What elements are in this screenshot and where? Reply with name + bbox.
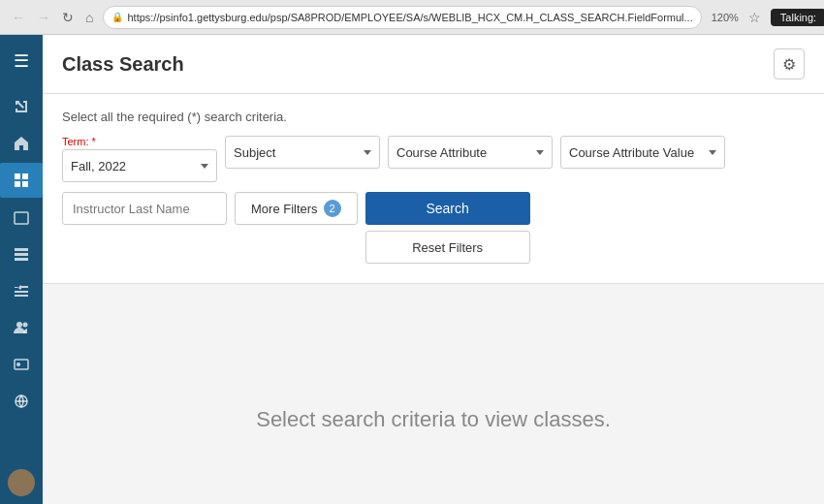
browser-chrome: ← → ↻ ⌂ 🔒 https://psinfo1.gettysburg.edu… — [0, 0, 824, 35]
sidebar-item-list[interactable] — [0, 236, 43, 271]
settings-button[interactable]: ⚙ — [774, 48, 805, 79]
sidebar-item-id-card[interactable] — [0, 347, 43, 382]
svg-rect-7 — [15, 258, 28, 261]
search-form-area: Select all the required (*) search crite… — [43, 94, 824, 284]
term-select[interactable]: Fall, 2022 — [62, 149, 217, 182]
action-buttons: Search Reset Filters — [365, 192, 530, 264]
form-instruction: Select all the required (*) search crite… — [62, 110, 805, 124]
term-wrapper: Term: * Fall, 2022 — [62, 136, 217, 182]
url-text: https://psinfo1.gettysburg.edu/psp/SA8PR… — [127, 12, 692, 23]
nav-buttons: ← → ↻ ⌂ — [8, 8, 97, 27]
back-button[interactable]: ← — [8, 8, 29, 27]
svg-point-11 — [16, 362, 20, 366]
sidebar-item-checklist[interactable] — [0, 273, 43, 308]
zoom-level: 120% — [712, 12, 739, 23]
second-row: More Filters 2 Search Reset Filters — [62, 192, 805, 264]
sidebar-item-home[interactable] — [0, 126, 43, 161]
avatar[interactable] — [8, 469, 35, 496]
more-filters-button[interactable]: More Filters 2 — [235, 192, 358, 225]
svg-point-9 — [23, 323, 28, 328]
sidebar-item-calendar[interactable] — [0, 200, 43, 235]
term-label: Term: * — [62, 136, 217, 147]
svg-rect-0 — [15, 173, 20, 179]
filters-row: Term: * Fall, 2022 Subject Course Attrib… — [62, 136, 805, 182]
page-header: Class Search ⚙ — [43, 35, 824, 94]
main-content: Class Search ⚙ Select all the required (… — [43, 35, 824, 504]
talking-badge: Talking: — [771, 9, 824, 26]
sidebar: ☰ — [0, 35, 43, 504]
address-bar[interactable]: 🔒 https://psinfo1.gettysburg.edu/psp/SA8… — [103, 6, 701, 29]
svg-rect-1 — [22, 173, 28, 179]
sidebar-item-external-link[interactable] — [0, 89, 43, 124]
gear-icon: ⚙ — [782, 55, 796, 74]
more-filters-label: More Filters — [251, 202, 318, 216]
forward-button[interactable]: → — [33, 8, 54, 27]
subject-select[interactable]: Subject — [225, 136, 380, 169]
svg-point-8 — [16, 322, 22, 328]
sidebar-item-grid[interactable] — [0, 163, 43, 198]
page-title: Class Search — [62, 53, 184, 76]
svg-rect-5 — [15, 248, 28, 251]
svg-rect-6 — [15, 253, 28, 256]
course-attribute-value-select[interactable]: Course Attribute Value — [560, 136, 725, 169]
hamburger-menu-icon[interactable]: ☰ — [6, 43, 37, 79]
bookmark-icon[interactable]: ☆ — [748, 10, 761, 25]
empty-state: Select search criteria to view classes. — [43, 284, 824, 504]
home-nav-button[interactable]: ⌂ — [81, 8, 97, 27]
svg-rect-4 — [15, 212, 28, 224]
empty-state-message: Select search criteria to view classes. — [256, 407, 611, 432]
refresh-button[interactable]: ↻ — [58, 8, 78, 27]
search-button[interactable]: Search — [365, 192, 530, 225]
course-attribute-select[interactable]: Course Attribute — [388, 136, 553, 169]
reset-filters-button[interactable]: Reset Filters — [365, 231, 530, 264]
instructor-input[interactable] — [62, 192, 227, 225]
app-layout: ☰ — [0, 35, 824, 504]
svg-rect-2 — [15, 181, 20, 187]
filter-count-badge: 2 — [324, 200, 341, 217]
sidebar-item-globe[interactable] — [0, 384, 43, 419]
svg-rect-3 — [22, 181, 28, 187]
sidebar-item-people[interactable] — [0, 310, 43, 345]
lock-icon: 🔒 — [111, 12, 123, 22]
